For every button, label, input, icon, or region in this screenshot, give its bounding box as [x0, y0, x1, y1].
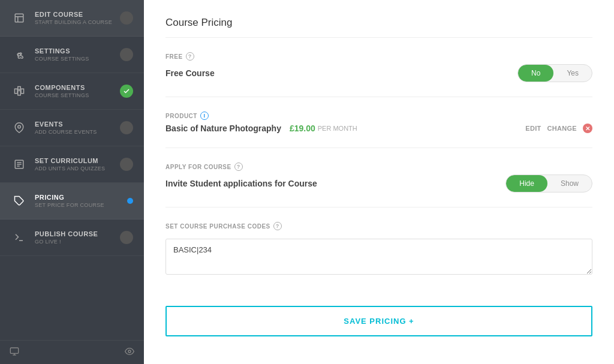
sidebar-item-set-curriculum[interactable]: SET CURRICULUM ADD UNITS AND QUIZZES: [0, 146, 144, 183]
save-pricing-wrapper: SAVE PRICING +: [165, 306, 592, 336]
product-period: PER MONTH: [318, 125, 357, 132]
sidebar-badge-publish-course: [120, 231, 133, 244]
page-title: Course Pricing: [165, 17, 592, 38]
sidebar-subtitle-edit-course: START BUILDING A COURSE: [35, 19, 120, 25]
purchase-codes-section: SET COURSE PURCHASE CODES ?: [165, 222, 592, 291]
remove-product-button[interactable]: ✕: [583, 124, 592, 133]
product-row: Basic of Nature Photography £19.00 PER M…: [165, 124, 592, 133]
apply-section-label: APPLY FOR COURSE ?: [165, 163, 592, 171]
svg-rect-0: [15, 14, 23, 22]
product-price: £19.00: [290, 124, 315, 133]
save-pricing-button[interactable]: SAVE PRICING +: [165, 306, 592, 336]
events-icon: [11, 119, 28, 136]
product-info-icon[interactable]: i: [200, 112, 209, 120]
apply-toggle-hide[interactable]: Hide: [506, 175, 547, 192]
svg-rect-5: [18, 87, 21, 90]
sidebar-title-set-curriculum: SET CURRICULUM: [35, 157, 120, 164]
svg-rect-4: [15, 89, 18, 94]
sidebar-badge-events: [120, 121, 133, 134]
sidebar-item-pricing[interactable]: PRICING SET PRICE FOR COURSE: [0, 183, 144, 219]
components-icon: [11, 83, 28, 100]
free-section: FREE ? Free Course No Yes: [165, 52, 592, 97]
purchase-codes-textarea[interactable]: [165, 239, 592, 275]
sidebar-item-settings[interactable]: SETTINGS COURSE SETTINGS: [0, 37, 144, 73]
apply-main-label: Invite Student applications for Course: [165, 179, 317, 188]
free-toggle-group: No Yes: [517, 64, 592, 82]
sidebar: EDIT COURSE START BUILDING A COURSE SETT…: [0, 0, 144, 364]
sidebar-badge-edit-course: [120, 11, 133, 25]
eye-icon[interactable]: [125, 347, 134, 358]
main-content: Course Pricing FREE ? Free Course No Yes…: [144, 0, 614, 364]
sidebar-title-settings: SETTINGS: [35, 47, 120, 55]
free-toggle-yes[interactable]: Yes: [553, 65, 592, 82]
sidebar-item-edit-course[interactable]: EDIT COURSE START BUILDING A COURSE: [0, 0, 144, 37]
sidebar-item-components[interactable]: COMPONENTS COURSE SETTINGS: [0, 73, 144, 110]
sidebar-subtitle-set-curriculum: ADD UNITS AND QUIZZES: [35, 166, 120, 172]
sidebar-subtitle-pricing: SET PRICE FOR COURSE: [35, 202, 127, 208]
apply-section-row: Invite Student applications for Course H…: [165, 175, 592, 192]
svg-point-8: [18, 125, 21, 128]
change-product-button[interactable]: CHANGE: [547, 125, 577, 132]
free-course-label: Free Course: [165, 68, 215, 78]
settings-icon: [11, 46, 28, 63]
product-name: Basic of Nature Photography: [165, 124, 281, 133]
sidebar-title-pricing: PRICING: [35, 194, 127, 201]
purchase-codes-info-icon[interactable]: ?: [273, 222, 282, 230]
sidebar-footer: [0, 340, 144, 364]
sidebar-subtitle-settings: COURSE SETTINGS: [35, 56, 120, 62]
free-toggle-no[interactable]: No: [518, 65, 553, 82]
sidebar-badge-components: [120, 85, 133, 98]
sidebar-subtitle-publish-course: GO LIVE !: [35, 239, 120, 245]
sidebar-title-edit-course: EDIT COURSE: [35, 11, 120, 18]
apply-toggle-group: Hide Show: [505, 175, 592, 192]
svg-rect-15: [10, 348, 18, 353]
product-section: PRODUCT i Basic of Nature Photography £1…: [165, 112, 592, 148]
sidebar-title-events: EVENTS: [35, 121, 120, 128]
product-section-label: PRODUCT i: [165, 112, 592, 120]
publish-course-icon: [11, 229, 28, 246]
svg-point-18: [128, 350, 131, 353]
svg-rect-7: [21, 89, 24, 94]
sidebar-title-components: COMPONENTS: [35, 84, 120, 91]
sidebar-item-publish-course[interactable]: PUBLISH COURSE GO LIVE !: [0, 219, 144, 256]
edit-product-button[interactable]: EDIT: [525, 125, 541, 132]
free-section-label: FREE ?: [165, 52, 592, 61]
sidebar-badge-settings: [120, 48, 133, 61]
sidebar-badge-pricing: [127, 198, 133, 204]
free-section-row: Free Course No Yes: [165, 64, 592, 82]
pricing-icon: [11, 192, 28, 209]
sidebar-badge-set-curriculum: [120, 158, 133, 171]
set-curriculum-icon: [11, 156, 28, 173]
apply-info-icon[interactable]: ?: [234, 163, 243, 171]
monitor-icon[interactable]: [10, 347, 19, 358]
edit-course-icon: [11, 10, 28, 26]
apply-toggle-show[interactable]: Show: [547, 175, 592, 192]
sidebar-title-publish-course: PUBLISH COURSE: [35, 230, 120, 237]
apply-for-course-section: APPLY FOR COURSE ? Invite Student applic…: [165, 163, 592, 207]
sidebar-subtitle-events: ADD COURSE EVENTS: [35, 129, 120, 135]
free-info-icon[interactable]: ?: [186, 52, 194, 61]
purchase-codes-label: SET COURSE PURCHASE CODES ?: [165, 222, 592, 230]
sidebar-subtitle-components: COURSE SETTINGS: [35, 92, 120, 98]
product-actions: EDIT CHANGE ✕: [525, 124, 592, 133]
svg-rect-6: [18, 91, 21, 95]
sidebar-item-events[interactable]: EVENTS ADD COURSE EVENTS: [0, 110, 144, 146]
